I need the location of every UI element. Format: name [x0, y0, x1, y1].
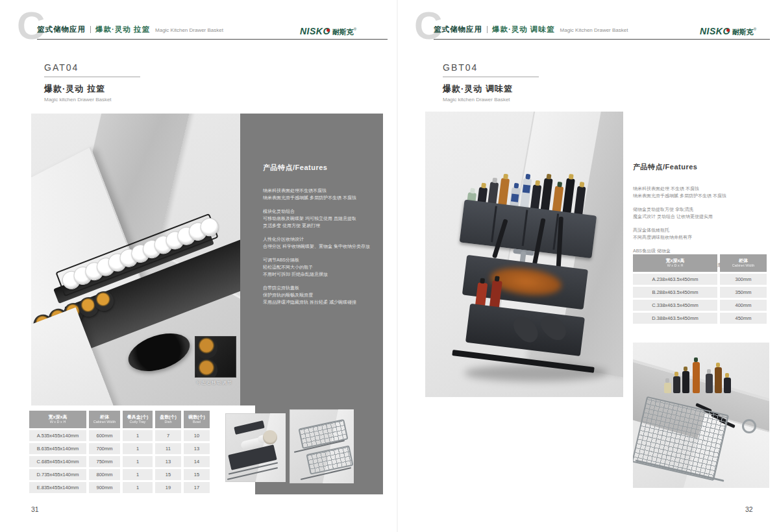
table-cell: 1 — [123, 443, 153, 454]
feature-line: 合理分区 科学收纳碗碟架、置物盒 集中收纳分类存放 — [263, 243, 375, 250]
feature-group: 纳米科技表面处理不生锈不腐蚀纳米表面光滑手感细腻 多层防护不生锈 不腐蚀 — [263, 187, 375, 201]
condiment-bottle — [724, 378, 731, 393]
table-header-row: 宽x深x高W x D x H柜体Cabinet Width — [633, 254, 769, 272]
feature-line: 魔盒式设计 灵动组合 让收纳更便捷实用 — [633, 213, 771, 220]
table-cell: 400mm — [720, 300, 767, 311]
bowl-detail — [195, 337, 217, 359]
bottle-shelf — [234, 420, 265, 435]
product-name-en: Magic kitchen Drawer Basket — [443, 97, 539, 103]
table-cell: 750mm — [89, 456, 120, 467]
nisko-logo: NISKO 耐斯克 ® — [700, 26, 756, 37]
ladle — [742, 419, 756, 433]
page-number-left: 31 — [31, 505, 39, 513]
column-header: 柜体Cabinet Width — [720, 254, 767, 272]
table-cell: 15 — [155, 469, 181, 480]
feature-line: 灵活多变 使用方便 更易打理 — [263, 222, 375, 229]
table-row: E.835x455x140mm900mm11917 — [29, 482, 212, 493]
feature-line: 可移动底板及碗碟架 均可独立使用 且随意提取 — [263, 215, 375, 222]
spec-table-left: 宽x深x高W x D x H柜体Cabinet Width餐具盒(个)Cutly… — [29, 411, 212, 495]
page-number-right: 32 — [745, 505, 753, 513]
condiment-bottle — [715, 367, 722, 393]
header-rule-right — [434, 39, 770, 40]
table-row: B.288x463.5x450mm350mm — [633, 287, 769, 298]
page-header-right: 篮式储物应用 爆款·灵动 调味篮 Magic Kitchen Drawer Ba… — [434, 25, 628, 34]
model-code: GBT04 — [443, 62, 539, 73]
condiment-bottle — [706, 374, 713, 393]
table-cell: D.388x463.5x450mm — [633, 313, 717, 324]
title-underline — [44, 77, 140, 77]
condiment-bottle — [664, 383, 671, 393]
table-cell: 13 — [155, 456, 181, 467]
trademark-symbol: ® — [354, 27, 356, 31]
small-photo-drawer-1 — [225, 413, 286, 482]
table-cell: C.338x463.5x450mm — [633, 300, 717, 311]
feature-line: 储物盒灵动提取方便 拿取清洗 — [633, 206, 771, 213]
spice-pullout-basket — [445, 166, 608, 376]
feature-line: 纳米表面光滑手感细腻 多层防护不生锈 不腐蚀 — [633, 192, 771, 199]
feature-line: 人性化分区收纳设计 — [263, 236, 375, 243]
condiment-bottle — [673, 376, 680, 393]
feature-line: 不用时可拆卸 拒绝杂乱随意摆放 — [263, 271, 375, 278]
header-divider — [487, 26, 488, 33]
nisko-logo-red-dot-icon — [726, 29, 730, 32]
nisko-logo-chinese: 耐斯克 — [732, 27, 754, 37]
feature-line: 纳米科技表面处理不生锈不腐蚀 — [263, 187, 375, 194]
title-underline — [443, 77, 539, 77]
feature-group: 模块化灵动组合可移动底板及碗碟架 均可独立使用 且随意提取灵活多变 使用方便 更… — [263, 208, 375, 229]
table-cell: 1 — [123, 430, 153, 441]
table-row: C.338x463.5x450mm400mm — [633, 300, 769, 311]
feature-line: 不同高度调味瓶收纳井然有序 — [633, 234, 771, 241]
table-cell: 7 — [155, 430, 181, 441]
product-title-block-right: GBT04 爆款·灵动 调味篮 Magic kitchen Drawer Bas… — [443, 62, 539, 103]
table-cell: D.735x455x140mm — [29, 469, 86, 480]
page-header-left: 篮式储物应用 爆款·灵动 拉篮 Magic Kitchen Drawer Bas… — [37, 25, 223, 34]
features-panel-left: 产品特点/Features 纳米科技表面处理不生锈不腐蚀纳米表面光滑手感细腻 多… — [240, 114, 383, 405]
table-row: C.685x455x140mm750mm11314 — [29, 456, 212, 467]
column-header: 碗数(个)Bowl — [184, 411, 210, 428]
catalog-spread: C 篮式储物应用 爆款·灵动 拉篮 Magic Kitchen Drawer B… — [0, 0, 779, 532]
bowl-detail — [195, 359, 217, 378]
feature-group: 人性化分区收纳设计合理分区 科学收纳碗碟架、置物盒 集中收纳分类存放 — [263, 236, 375, 250]
tray-divider — [491, 206, 497, 242]
table-cell: 450mm — [720, 313, 767, 324]
feature-line: 保护滑轨的顺畅及顺滑度 — [263, 291, 375, 298]
small-photo-right — [633, 343, 769, 488]
features-heading: 产品特点/Features — [263, 163, 375, 173]
header-subtitle: Magic Kitchen Drawer Basket — [155, 27, 223, 33]
condiment-bottle — [693, 362, 700, 393]
column-header: 宽x深x高W x D x H — [29, 411, 86, 428]
features-heading: 产品特点/Features — [633, 162, 771, 172]
header-series: 爆款·灵动 调味篮 — [492, 25, 555, 34]
feature-line: 模块化灵动组合 — [263, 208, 375, 215]
page-fold-line — [397, 0, 398, 532]
header-category: 篮式储物应用 — [434, 25, 482, 34]
table-cell: 13 — [184, 443, 210, 454]
table-cell: 300mm — [720, 274, 767, 285]
table-cell: 800mm — [89, 469, 120, 480]
model-code: GAT04 — [44, 62, 140, 73]
table-row: D.388x463.5x450mm450mm — [633, 313, 769, 324]
nisko-logo-latin: NISKO — [700, 26, 730, 36]
table-cell: 14 — [184, 456, 210, 467]
nisko-logo-red-dot-icon — [327, 29, 330, 32]
header-subtitle: Magic Kitchen Drawer Basket — [560, 27, 628, 33]
table-cell: 900mm — [89, 482, 120, 493]
header-category: 篮式储物应用 — [37, 25, 86, 34]
inset-detail-photo — [195, 336, 236, 378]
column-header: 餐具盒(个)Cutly Tray — [123, 411, 153, 428]
feature-line: ABS食品级 储物盒 — [633, 247, 771, 254]
inset-caption: 可左右移动调节 — [196, 380, 232, 386]
feature-group: 可调节ABS分隔板轻松适配不同大小的瓶子不用时可拆卸 拒绝杂乱随意摆放 — [263, 256, 375, 278]
table-header-row: 宽x深x高W x D x H柜体Cabinet Width餐具盒(个)Cutly… — [29, 411, 212, 428]
table-cell: B.635x455x140mm — [29, 443, 86, 454]
header-rule-left — [37, 39, 388, 40]
table-row: B.635x455x140mm700mm11113 — [29, 443, 212, 454]
table-row: D.735x455x140mm800mm11515 — [29, 469, 212, 480]
table-cell: 600mm — [89, 430, 120, 441]
small-photo-drawer-2 — [290, 409, 354, 483]
nisko-logo-chinese: 耐斯克 — [332, 27, 354, 37]
column-header: 柜体Cabinet Width — [89, 411, 120, 428]
spec-table-right: 宽x深x高W x D x H柜体Cabinet WidthA.238x463.5… — [633, 254, 769, 326]
header-divider — [90, 26, 91, 33]
feature-line: 纳米表面光滑手感细腻 多层防护不生锈 不腐蚀 — [263, 194, 375, 201]
